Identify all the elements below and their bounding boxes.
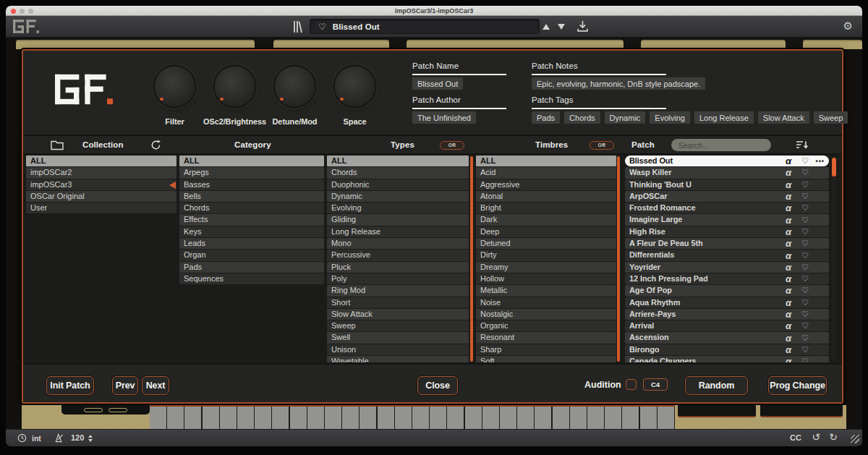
patch-tag[interactable]: Sweep [814, 111, 848, 124]
category-row[interactable]: ALL [179, 156, 324, 166]
clock-icon[interactable] [17, 433, 27, 443]
alpha-icon[interactable]: α [786, 156, 791, 166]
heart-icon[interactable]: ♡ [801, 251, 809, 260]
collection-row[interactable]: ALL [26, 156, 176, 166]
prev-button[interactable]: Prev [112, 376, 138, 395]
more-options-icon[interactable]: ••• [816, 158, 825, 165]
category-row[interactable]: Bells [179, 191, 324, 202]
save-preset-icon[interactable] [576, 20, 589, 33]
timbre-row[interactable]: Dirty [476, 250, 616, 260]
patch-tag[interactable]: Pads [532, 111, 560, 124]
type-row[interactable]: Percussive [327, 250, 469, 260]
patch-tag[interactable]: Slow Attack [758, 111, 809, 124]
type-row[interactable]: Poly [327, 273, 469, 284]
settings-gear-icon[interactable]: ⚙ [843, 20, 853, 33]
type-row[interactable]: Evolving [327, 203, 469, 213]
type-row[interactable]: Slow Attack [327, 309, 469, 320]
alpha-icon[interactable]: α [786, 262, 791, 273]
heart-icon[interactable]: ♡ [801, 286, 809, 295]
heart-icon[interactable]: ♡ [801, 227, 809, 237]
preset-selector[interactable]: ♡ Blissed Out [310, 19, 540, 34]
alpha-icon[interactable]: α [786, 297, 791, 308]
heart-icon[interactable]: ♡ [801, 192, 809, 201]
category-row[interactable]: Arpegs [179, 167, 324, 178]
patch-tag[interactable]: Dynamic [605, 111, 646, 124]
timbre-row[interactable]: Dark [476, 214, 616, 225]
type-row[interactable]: Swell [327, 332, 469, 343]
alpha-icon[interactable]: α [786, 179, 791, 190]
type-row[interactable]: Duophonic [327, 179, 469, 190]
alpha-icon[interactable]: α [786, 191, 791, 202]
patch-row[interactable]: Thinking 'Bout U α ♡ [625, 179, 829, 190]
timbre-row[interactable]: Detuned [476, 238, 616, 249]
timbre-row[interactable]: Nostalgic [476, 309, 616, 320]
favorite-heart-icon[interactable]: ♡ [318, 22, 326, 32]
alpha-icon[interactable]: α [786, 273, 791, 284]
collection-row[interactable]: User [26, 203, 176, 213]
patch-row[interactable]: Arrival α ♡ [625, 320, 829, 331]
patch-row[interactable]: Blissed Out α ♡ ••• [625, 156, 829, 166]
timbre-row[interactable]: ALL [476, 156, 616, 166]
timbre-row[interactable]: Organic [476, 320, 616, 331]
macro-knob[interactable] [275, 67, 315, 106]
collection-row[interactable]: impOSCar2 [26, 167, 176, 178]
type-row[interactable]: Long Release [327, 226, 469, 237]
category-row[interactable]: Organ [179, 250, 324, 260]
heart-icon[interactable]: ♡ [801, 310, 809, 319]
timbre-row[interactable]: Atonal [476, 191, 616, 202]
close-button[interactable]: Close [417, 376, 458, 395]
patch-row[interactable]: ArpOSCar α ♡ [625, 191, 829, 202]
timbre-row[interactable]: Acid [476, 167, 616, 178]
alpha-icon[interactable]: α [786, 238, 791, 249]
audition-checkbox[interactable] [626, 379, 637, 390]
preset-previous-button[interactable] [542, 24, 550, 30]
timbre-row[interactable]: Noise [476, 297, 616, 308]
patch-name-value[interactable]: Blissed Out [412, 77, 463, 90]
macro-knob[interactable] [215, 67, 255, 106]
patch-row[interactable]: Aqua Rhythm α ♡ [625, 297, 829, 308]
types-scrollbar[interactable] [470, 156, 473, 362]
init-patch-button[interactable]: Init Patch [46, 376, 94, 395]
heart-icon[interactable]: ♡ [801, 274, 809, 284]
timbre-row[interactable]: Aggressive [476, 179, 616, 190]
patch-row[interactable]: Ascension α ♡ [625, 332, 829, 343]
type-row[interactable]: Gliding [327, 214, 469, 225]
preset-library-icon[interactable] [292, 20, 302, 33]
timbre-row[interactable]: Resonant [476, 332, 616, 343]
patch-row[interactable]: Imagine Large α ♡ [625, 214, 829, 225]
patch-scrollbar[interactable] [832, 156, 836, 362]
tempo-value[interactable]: 120 [71, 433, 84, 442]
category-row[interactable]: Basses [179, 179, 324, 190]
alpha-icon[interactable]: α [786, 285, 791, 296]
macro-knob[interactable] [335, 67, 375, 106]
collection-row[interactable]: impOSCar3 [26, 179, 176, 190]
timbres-or-toggle[interactable]: OR [590, 141, 614, 150]
random-button[interactable]: Random [685, 376, 748, 395]
heart-icon[interactable]: ♡ [801, 333, 809, 343]
preset-next-button[interactable] [558, 24, 565, 30]
patch-tag[interactable]: Chords [564, 111, 600, 124]
type-row[interactable]: Short [327, 297, 469, 308]
type-row[interactable]: Unison [327, 344, 469, 355]
types-or-toggle[interactable]: OR [440, 141, 464, 150]
patch-row[interactable]: Differentials α ♡ [625, 250, 829, 260]
redo-icon[interactable]: ↻ [829, 431, 838, 443]
alpha-icon[interactable]: α [786, 333, 791, 344]
patch-scrollbar-thumb[interactable] [832, 158, 836, 177]
type-row[interactable]: ALL [327, 156, 469, 166]
category-row[interactable]: Sequences [179, 273, 324, 284]
type-row[interactable]: Chords [327, 167, 469, 178]
collection-row[interactable]: OSCar Original [26, 191, 176, 202]
undo-icon[interactable]: ↺ [812, 431, 820, 443]
resize-grip[interactable] [851, 435, 859, 443]
type-row[interactable]: Pluck [327, 262, 469, 273]
prog-change-button[interactable]: Prog Change [768, 376, 827, 395]
heart-icon[interactable]: ♡ [801, 321, 809, 331]
macro-knob[interactable] [155, 67, 195, 106]
alpha-icon[interactable]: α [786, 215, 791, 226]
alpha-icon[interactable]: α [786, 167, 791, 178]
category-row[interactable]: Chords [179, 203, 324, 213]
category-row[interactable]: Pads [179, 262, 324, 273]
heart-icon[interactable]: ♡ [801, 239, 809, 248]
heart-icon[interactable]: ♡ [801, 203, 809, 213]
